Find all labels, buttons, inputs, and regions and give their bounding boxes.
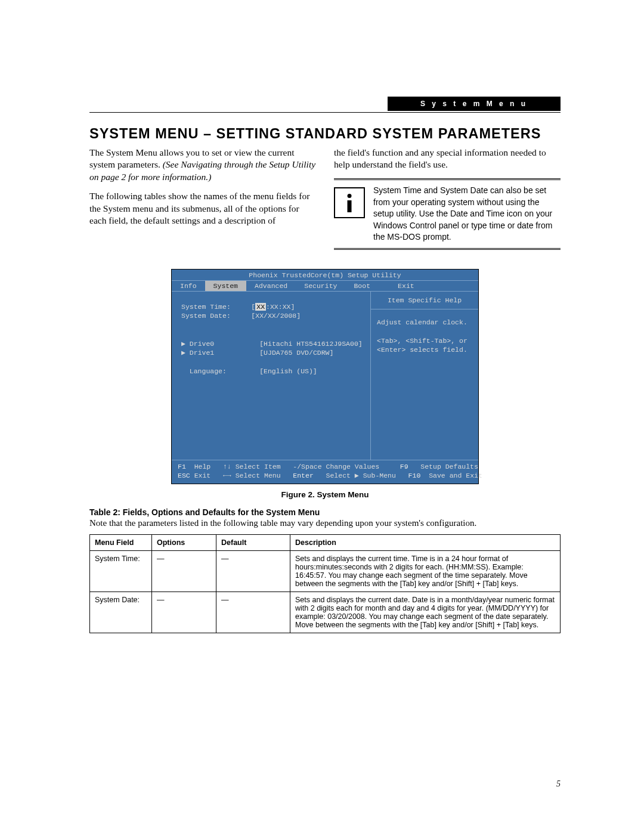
footer-exit: Exit [194, 472, 211, 479]
cell-field: System Date: [90, 592, 152, 633]
footer-sub-menu: Select ▶ Sub-Menu [326, 472, 396, 479]
bios-row-language[interactable]: Language: [English (US)] [181, 367, 364, 376]
key-f1: F1 [178, 463, 186, 470]
intro-paragraph-1: The System Menu allows you to set or vie… [89, 147, 316, 183]
note-rule-bottom [334, 248, 561, 250]
bios-tab-advanced[interactable]: Advanced [246, 281, 296, 291]
bios-tabs: Info System Advanced Security Boot Exit [172, 280, 478, 292]
top-rule [89, 112, 561, 113]
table-row: System Time: — — Sets and displays the c… [90, 550, 561, 592]
table-title: Table 2: Fields, Options and Defaults fo… [89, 507, 561, 517]
intro-paragraph-2: The following tables show the names of t… [89, 190, 316, 227]
drive0-label: Drive0 [190, 340, 214, 348]
th-menu-field: Menu Field [90, 534, 152, 550]
bios-row-drive0[interactable]: ▶ Drive0 [Hitachi HTS541612J9SA00] [181, 339, 364, 349]
cell-default: — [216, 592, 290, 633]
note-box: System Time and System Date can also be … [334, 185, 561, 243]
table-row: System Date: — — Sets and displays the c… [90, 592, 561, 633]
cell-default: — [216, 550, 290, 592]
th-default: Default [216, 534, 290, 550]
arrows-updown-icon: ↑↓ [223, 463, 231, 470]
cell-options: — [152, 592, 216, 633]
time-label: System Time: [181, 303, 231, 311]
arrows-leftright-icon: ←→ [223, 472, 231, 479]
bios-tab-exit[interactable]: Exit [389, 281, 423, 291]
drive0-value: [Hitachi HTS541612J9SA00] [259, 340, 363, 348]
key-enter: Enter [293, 472, 314, 479]
footer-select-item: Select Item [236, 463, 281, 470]
cell-description: Sets and displays the current time. Time… [290, 550, 561, 592]
help-line-1: Adjust calendar clock. [377, 318, 472, 327]
note-rule-top [334, 178, 561, 180]
bios-tab-info[interactable]: Info [172, 281, 205, 291]
info-icon [334, 187, 365, 218]
time-hours-selected[interactable]: XX [255, 303, 266, 311]
bios-setup-window: Phoenix TrustedCore(tm) Setup Utility In… [171, 269, 479, 484]
page-number: 5 [556, 779, 561, 789]
time-rest: :XX:XX] [266, 303, 295, 311]
bios-tab-security[interactable]: Security [296, 281, 345, 291]
figure-caption: Figure 2. System Menu [89, 490, 561, 499]
page-heading: SYSTEM MENU – SETTING STANDARD SYSTEM PA… [89, 126, 561, 142]
key-f9: F9 [400, 463, 408, 470]
table-note: Note that the parameters listed in the f… [89, 518, 561, 528]
cell-description: Sets and displays the current date. Date… [290, 592, 561, 633]
key-space: -/Space [293, 463, 321, 470]
th-options: Options [152, 534, 216, 550]
key-f10: F10 [408, 472, 421, 479]
footer-setup-defaults: Setup Defaults [420, 463, 478, 470]
bios-help-panel: Item Specific Help Adjust calendar clock… [371, 292, 478, 460]
bios-left-panel: System Time: [XX:XX:XX] System Date: [XX… [172, 292, 371, 460]
footer-save-exit: Save and Exit [429, 472, 482, 479]
bios-tab-system[interactable]: System [205, 281, 246, 291]
help-line-3: <Enter> selects field. [377, 345, 472, 355]
language-value: [English (US)] [259, 367, 317, 375]
help-line-2: <Tab>, <Shift-Tab>, or [377, 336, 472, 346]
date-value: [XX/XX/2008] [251, 312, 301, 320]
table-header-row: Menu Field Options Default Description [90, 534, 561, 550]
bios-help-body: Adjust calendar clock. <Tab>, <Shift-Tab… [371, 309, 478, 363]
cell-options: — [152, 550, 216, 592]
footer-change-values: Change Values [326, 463, 380, 470]
note-text: System Time and System Date can also be … [373, 185, 561, 243]
bios-title: Phoenix TrustedCore(tm) Setup Utility [172, 270, 478, 280]
triangle-icon: ▶ [181, 349, 190, 357]
key-esc: ESC [178, 472, 190, 479]
bios-row-date[interactable]: System Date: [XX/XX/2008] [181, 311, 364, 321]
footer-select-menu: Select Menu [236, 472, 281, 479]
date-label: System Date: [181, 312, 231, 320]
language-label: Language: [190, 367, 227, 375]
fields-table: Menu Field Options Default Description S… [89, 534, 561, 633]
cell-field: System Time: [90, 550, 152, 592]
triangle-icon: ▶ [181, 340, 190, 348]
section-header-bar: S y s t e m M e n u [388, 97, 561, 111]
bios-footer: F1 Help ↑↓ Select Item -/Space Change Va… [172, 460, 478, 484]
bios-row-time[interactable]: System Time: [XX:XX:XX] [181, 302, 364, 312]
drive1-value: [UJDA765 DVD/CDRW] [259, 349, 333, 357]
th-description: Description [290, 534, 561, 550]
bios-row-drive1[interactable]: ▶ Drive1 [UJDA765 DVD/CDRW] [181, 348, 364, 358]
drive1-label: Drive1 [190, 349, 214, 357]
bios-tab-boot[interactable]: Boot [345, 281, 379, 291]
bios-help-title: Item Specific Help [371, 292, 478, 309]
footer-help: Help [194, 463, 211, 470]
intro-paragraph-right: the field's function and any special inf… [334, 147, 561, 171]
